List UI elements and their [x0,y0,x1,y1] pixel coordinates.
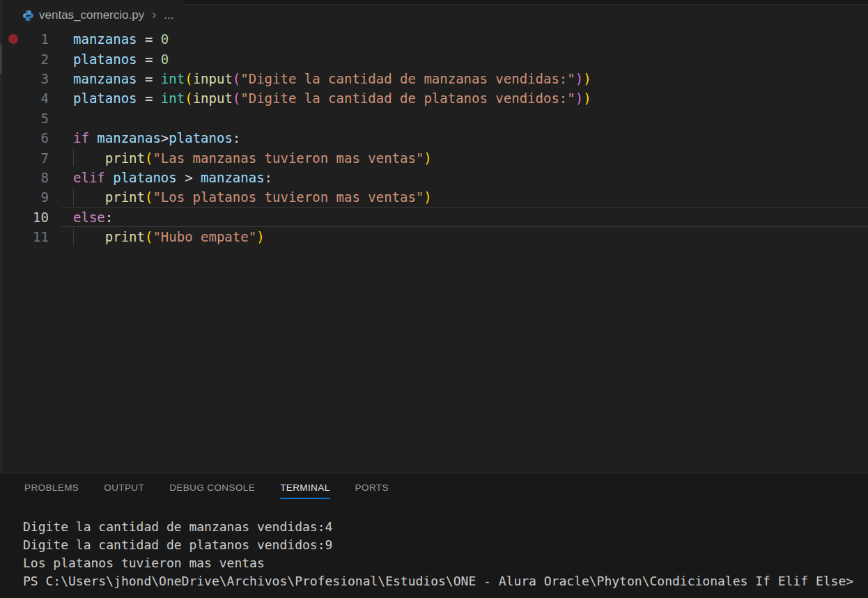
panel-tab-ports[interactable]: PORTS [355,482,389,499]
code-text: elif platanos > manzanas: [49,170,272,185]
code-text: platanos = 0 [49,52,169,67]
code-line[interactable]: 10else: [0,207,868,227]
code-text: print("Los platanos tuvieron mas ventas"… [49,189,432,205]
code-text: manzanas = 0 [49,31,169,47]
code-text: else: [49,210,113,225]
code-text: if manzanas>platanos: [49,130,240,145]
code-text: platanos = int(input("Digite la cantidad… [49,91,591,106]
code-line[interactable]: 3manzanas = int(input("Digite la cantida… [0,69,868,88]
chevron-right-icon [149,10,159,20]
panel-tab-debug-console[interactable]: DEBUG CONSOLE [169,482,255,499]
line-number[interactable]: 7 [0,150,49,166]
breadcrumb-symbol-ellipsis[interactable]: ... [164,8,173,22]
line-number[interactable]: 3 [0,71,49,86]
code-text: manzanas = int(input("Digite la cantidad… [49,71,591,86]
breadcrumb: ventas_comercio.py ... [22,6,173,25]
terminal-line: Los platanos tuvieron mas ventas [23,554,868,572]
code-line[interactable]: 8elif platanos > manzanas: [0,168,868,187]
terminal-line: Digite la cantidad de manzanas vendidas:… [23,518,868,536]
line-number[interactable]: 8 [0,170,49,185]
line-number[interactable]: 9 [0,189,49,205]
breakpoint-icon[interactable] [8,34,18,44]
terminal-line: Digite la cantidad de platanos vendidos:… [23,536,868,554]
line-number[interactable]: 1 [0,31,49,47]
line-number[interactable]: 11 [0,229,49,244]
code-line[interactable]: 4platanos = int(input("Digite la cantida… [0,88,868,108]
breadcrumb-file-name: ventas_comercio.py [39,8,144,22]
code-line[interactable]: 2platanos = 0 [0,49,868,68]
line-number[interactable]: 2 [0,52,49,67]
code-line[interactable]: 9 print("Los platanos tuvieron mas venta… [0,187,868,207]
code-line[interactable]: 7 print("Las manzanas tuvieron mas venta… [0,148,868,167]
line-number[interactable]: 10 [0,210,49,225]
code-text: print("Las manzanas tuvieron mas ventas"… [49,150,432,166]
panel-tab-bar: PROBLEMSOUTPUTDEBUG CONSOLETERMINALPORTS [0,473,868,499]
terminal-output[interactable]: Digite la cantidad de manzanas vendidas:… [0,518,868,590]
terminal-line: PS C:\Users\jhond\OneDrive\Archivos\Prof… [23,572,868,590]
code-line[interactable]: 6if manzanas>platanos: [0,128,868,148]
panel-tab-problems[interactable]: PROBLEMS [24,482,79,499]
bottom-panel: PROBLEMSOUTPUTDEBUG CONSOLETERMINALPORTS… [0,473,868,598]
tab-strip-remnant [183,0,868,5]
code-line[interactable]: 5 [0,109,868,128]
code-text: print("Hubo empate") [49,229,265,244]
line-number[interactable]: 5 [0,111,49,126]
code-line[interactable]: 1manzanas = 0 [0,29,868,49]
line-number[interactable]: 4 [0,91,49,106]
breadcrumb-item-file[interactable]: ventas_comercio.py [22,8,144,22]
line-number[interactable]: 6 [0,130,49,145]
code-editor[interactable]: 1manzanas = 02platanos = 03manzanas = in… [0,29,868,473]
panel-tab-output[interactable]: OUTPUT [104,482,144,499]
python-icon [22,10,34,22]
panel-tab-terminal[interactable]: TERMINAL [280,482,330,499]
code-line[interactable]: 11 print("Hubo empate") [0,227,868,246]
